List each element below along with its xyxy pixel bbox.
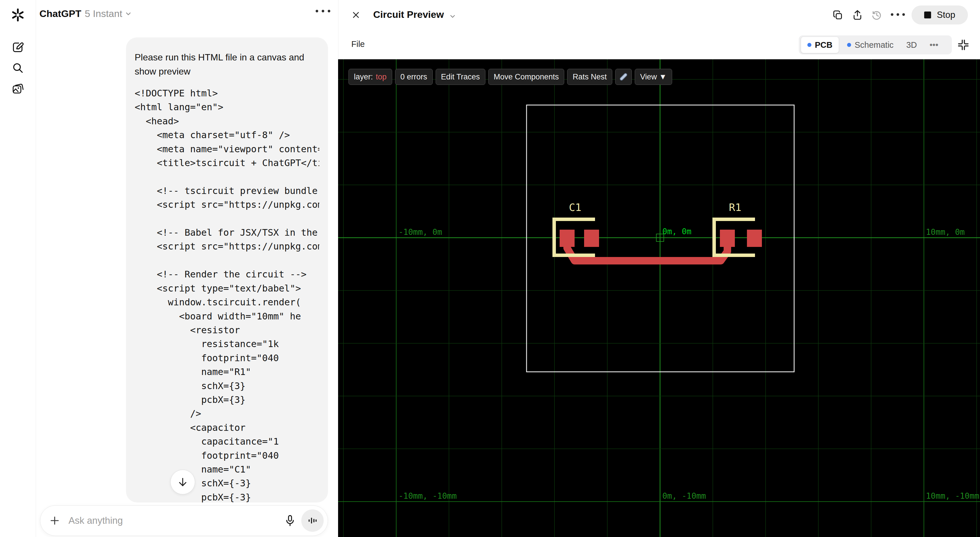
chevron-down-icon [124,10,132,18]
pcb-canvas[interactable]: C1 R1 -10mm [338,59,980,537]
new-chat-icon[interactable] [8,37,28,57]
user-message-code: <!DOCTYPE html> <html lang="en"> <head> … [135,86,320,502]
chat-header: ChatGPT 5 Instant [40,8,132,19]
coord-label-mid-left: -10mm, 0m [398,227,442,237]
edit-traces-button[interactable]: Edit Traces [436,69,485,85]
canvas-options-button[interactable] [891,13,905,16]
pcb-view: C1 R1 -10mm [338,59,980,537]
layer-prefix: layer: [354,73,373,81]
chat-panel: ChatGPT 5 Instant Please run this HTML f… [36,0,338,537]
view-toggle-more-button[interactable]: ••• [923,40,945,50]
view-toggle-more-label: ••• [930,40,938,50]
model-label: 5 Instant [84,8,122,19]
schematic-status-dot [847,43,851,47]
collapse-icon[interactable] [957,38,970,51]
app-window: ChatGPT 5 Instant Please run this HTML f… [0,0,980,537]
edit-silkscreen-button[interactable] [615,69,632,85]
chat-title: ChatGPT [40,8,81,19]
chat-input[interactable] [68,515,284,526]
attach-plus-icon[interactable] [49,515,60,526]
pcb-toolbar: layer: top 0 errors Edit Traces Move Com… [348,69,672,85]
stop-button[interactable]: Stop [912,5,968,24]
microphone-icon[interactable] [284,514,296,527]
tab-schematic[interactable]: Schematic [841,40,900,50]
view-mode-toggle: PCB Schematic 3D ••• [799,35,952,54]
c1-pad-2[interactable] [584,229,599,247]
pcb-grid [338,59,980,537]
coord-label-bottom-center: 0m, -10mm [662,491,706,501]
tab-3d[interactable]: 3D [900,40,923,50]
voice-mode-button[interactable] [301,509,324,532]
tab-schematic-label: Schematic [854,40,893,50]
history-icon[interactable] [871,9,883,21]
search-icon[interactable] [8,57,28,78]
tab-3d-label: 3D [906,40,917,50]
stop-square-icon [924,11,931,18]
library-icon[interactable] [8,78,28,99]
rats-nest-button[interactable]: Rats Nest [567,69,612,85]
errors-button[interactable]: 0 errors [395,69,433,85]
view-dropdown-button[interactable]: View ▼ [635,69,672,85]
title-chevron-down-icon[interactable] [449,13,457,20]
component-c1[interactable]: C1 [552,201,599,257]
coord-label-bottom-left: -10mm, -10mm [398,491,457,501]
component-c1-label: C1 [569,201,581,213]
r1-pad-2[interactable] [747,229,762,247]
arrow-down-icon [177,476,188,488]
component-r1-label: R1 [729,201,741,213]
chat-options-button[interactable] [316,10,330,13]
share-icon[interactable] [852,9,863,21]
coord-label-origin: 0m, 0m [662,227,691,236]
openai-logo-icon[interactable] [8,5,28,25]
left-sidebar [0,0,36,537]
move-components-button[interactable]: Move Components [488,69,565,85]
tab-pcb[interactable]: PCB [801,37,839,53]
layer-button[interactable]: layer: top [348,69,392,85]
stop-label: Stop [937,10,955,20]
canvas-panel-header: Circuit Preview Stop [338,0,980,32]
tab-pcb-label: PCB [815,40,832,50]
canvas-title: Circuit Preview [373,9,444,20]
pcb-status-dot [807,43,811,47]
user-message-bubble: Please run this HTML file in a canvas an… [126,37,328,502]
layer-value: top [376,73,387,81]
chat-composer[interactable] [40,505,328,536]
waveform-icon [307,515,318,526]
openai-logo-glyph [10,8,25,22]
r1-pad-1[interactable] [720,229,735,247]
model-selector[interactable]: 5 Instant [84,8,132,19]
c1-pad-1[interactable] [560,229,574,247]
user-message-text: Please run this HTML file in a canvas an… [135,50,320,78]
coord-label-bottom-right: 10mm, -10mm [926,491,979,501]
copy-icon[interactable] [832,10,844,21]
close-icon[interactable] [352,11,360,19]
scroll-to-bottom-button[interactable] [170,470,195,494]
component-r1[interactable]: R1 [713,201,762,257]
coord-label-mid-right: 10mm, 0m [926,227,965,237]
pencil-icon [619,72,628,82]
file-menu[interactable]: File [351,40,365,49]
